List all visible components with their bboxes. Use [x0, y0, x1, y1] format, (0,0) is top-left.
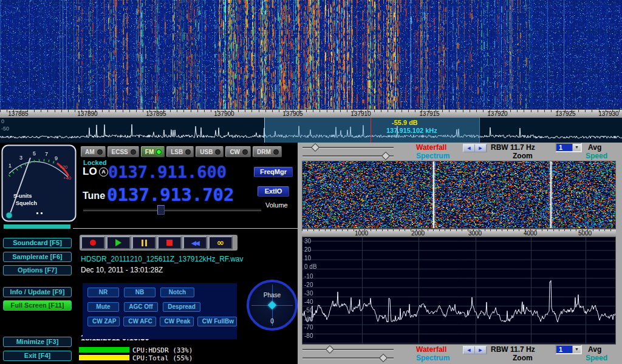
lo-lock-icon[interactable]: A [99, 167, 108, 177]
passband-selection[interactable] [264, 118, 480, 143]
db-label: -80 [304, 332, 313, 339]
play-button[interactable] [106, 236, 131, 249]
db-label: -70 [304, 324, 313, 331]
dsp-panel: NR NB Notch Mute AGC Off Despread CW ZAP… [83, 283, 237, 339]
volume-slider[interactable] [83, 205, 261, 214]
mode-led [242, 149, 248, 155]
audio-spectrum-display[interactable] [302, 237, 615, 344]
slider-thumb[interactable] [379, 354, 388, 362]
zoom-in-arrow-icon[interactable]: ► [475, 346, 487, 354]
audio-frequency-scale[interactable]: 1000 2000 3000 4000 5000 [302, 229, 616, 237]
loop-button[interactable]: ∞ [208, 236, 233, 249]
loop-icon: ∞ [217, 240, 225, 246]
mode-am-button[interactable]: AM [81, 146, 106, 157]
db-label: -30 [304, 290, 313, 297]
cw-fullbw-button[interactable]: CW FullBw [197, 317, 237, 326]
freq-scale-label: 137900 [214, 110, 234, 117]
slider-thumb[interactable] [326, 345, 334, 354]
avg-dropdown[interactable]: 1 ▼ [555, 345, 582, 354]
audio-waterfall-frame [302, 161, 616, 229]
svg-text:+20: +20 [60, 164, 68, 170]
zoom-spin-buttons[interactable]: ◄► [463, 144, 487, 152]
mode-lsb-button[interactable]: LSB [166, 146, 194, 157]
hdsdr-app-window: 137885 137890 137895 137900 137905 13791… [0, 0, 622, 364]
freq-scale-label: 137915 [419, 110, 439, 117]
pause-button[interactable] [132, 236, 156, 249]
notch-button[interactable]: Notch [160, 288, 194, 297]
main-frequency-scale[interactable]: 137885 137890 137895 137900 137905 13791… [0, 109, 622, 118]
agc-button[interactable]: AGC Off [124, 302, 158, 312]
zoom-out-arrow-icon[interactable]: ◄ [463, 346, 475, 354]
cw-afc-button[interactable]: CW AFC [123, 317, 156, 326]
db-label: 10 [304, 255, 311, 261]
samplerate-button[interactable]: Samplerate [F6] [3, 252, 72, 262]
cw-zap-button[interactable]: CW ZAP [87, 317, 120, 326]
control-panel: 1 3 5 7 9 +20 +40 S-units Squelch Soundc… [0, 143, 622, 364]
mode-ecss-button[interactable]: ECSS [108, 146, 139, 157]
exit-button[interactable]: Exit [F4] [3, 351, 72, 361]
spectrum-tab[interactable]: Spectrum [416, 354, 449, 362]
mode-drm-button[interactable]: DRM [253, 146, 282, 157]
cw-peak-button[interactable]: CW Peak [160, 317, 194, 326]
slider-thumb[interactable] [311, 143, 320, 152]
options-button[interactable]: Options [F7] [3, 265, 72, 275]
soundcard-button[interactable]: Soundcard [F5] [3, 238, 72, 248]
spectrum-range-slider[interactable] [302, 354, 394, 362]
playback-controls: ◀◀ ∞ [80, 235, 238, 251]
zoom-out-arrow-icon[interactable]: ◄ [463, 144, 475, 152]
record-button[interactable] [81, 236, 105, 249]
freq-scale-label: 137895 [146, 110, 166, 117]
slider-thumb[interactable] [381, 152, 390, 160]
volume-slider-handle[interactable] [157, 205, 165, 215]
tune-frequency-display[interactable]: 0137.913.702 [107, 184, 234, 205]
freq-scale-label: 137925 [555, 110, 575, 117]
mute-button[interactable]: Mute [87, 302, 119, 312]
main-waterfall-display[interactable] [0, 0, 622, 109]
mode-label: FM [145, 149, 154, 155]
zoom-spin-buttons[interactable]: ◄► [463, 346, 487, 354]
rewind-button[interactable]: ◀◀ [183, 236, 207, 249]
waterfall-tab[interactable]: Waterfall [416, 143, 446, 152]
spectrum-range-slider[interactable] [302, 152, 394, 160]
mode-fm-button[interactable]: FM [141, 146, 165, 157]
rbw-readout: RBW 11.7 Hz [491, 143, 535, 152]
volume-label: Volume [265, 201, 288, 209]
af-slider-track[interactable] [73, 228, 299, 229]
cpu-total-bar [79, 355, 129, 360]
s-meter[interactable]: 1 3 5 7 9 +20 +40 S-units Squelch [1, 144, 77, 222]
freqmgr-button[interactable]: FreqMgr [254, 167, 293, 177]
zoom-in-arrow-icon[interactable]: ► [475, 144, 487, 152]
phase-label: Phase [249, 292, 295, 298]
lo-frequency-display[interactable]: 0137.911.600 [108, 163, 227, 181]
nb-button[interactable]: NB [124, 288, 156, 297]
svg-text:1: 1 [9, 163, 12, 169]
stop-button[interactable] [157, 236, 182, 249]
audio-waterfall-display[interactable] [302, 161, 615, 228]
freq-scale-label: 137930 [598, 110, 618, 117]
phase-dial[interactable]: Phase 0 [247, 280, 298, 331]
chevron-down-icon[interactable]: ▼ [572, 144, 581, 151]
avg-dropdown[interactable]: 1 ▼ [555, 143, 582, 152]
minimize-button[interactable]: Minimize [F3] [3, 337, 72, 347]
spectrum-tab[interactable]: Spectrum [416, 152, 449, 160]
chevron-down-icon[interactable]: ▼ [572, 346, 581, 353]
avg-dropdown-value: 1 [556, 144, 572, 151]
squelch-level-bar[interactable] [4, 224, 70, 229]
waterfall-contrast-slider[interactable] [302, 346, 394, 353]
info-update-button[interactable]: Info / Update [F9] [3, 287, 72, 297]
audio-scale-label: 2000 [411, 230, 425, 237]
zoom-label: Zoom [513, 354, 533, 362]
mode-cw-button[interactable]: CW [225, 146, 251, 157]
mode-usb-button[interactable]: USB [196, 146, 224, 157]
phase-marker-icon [268, 301, 276, 309]
avg-dropdown-value: 1 [556, 346, 572, 353]
waterfall-tab[interactable]: Waterfall [416, 345, 446, 354]
mode-led [156, 149, 162, 155]
extio-button[interactable]: ExtIO [258, 186, 289, 197]
nr-button[interactable]: NR [87, 288, 119, 297]
main-spectrum-display[interactable]: 0 -50 -55.9 dB 137.915.102 kHz [0, 118, 622, 143]
despread-button[interactable]: Despread [163, 302, 200, 312]
waterfall-contrast-slider[interactable] [302, 144, 394, 151]
fullscreen-button[interactable]: Full Screen [F11] [3, 300, 72, 311]
audio-scale-label: 3000 [468, 230, 482, 237]
